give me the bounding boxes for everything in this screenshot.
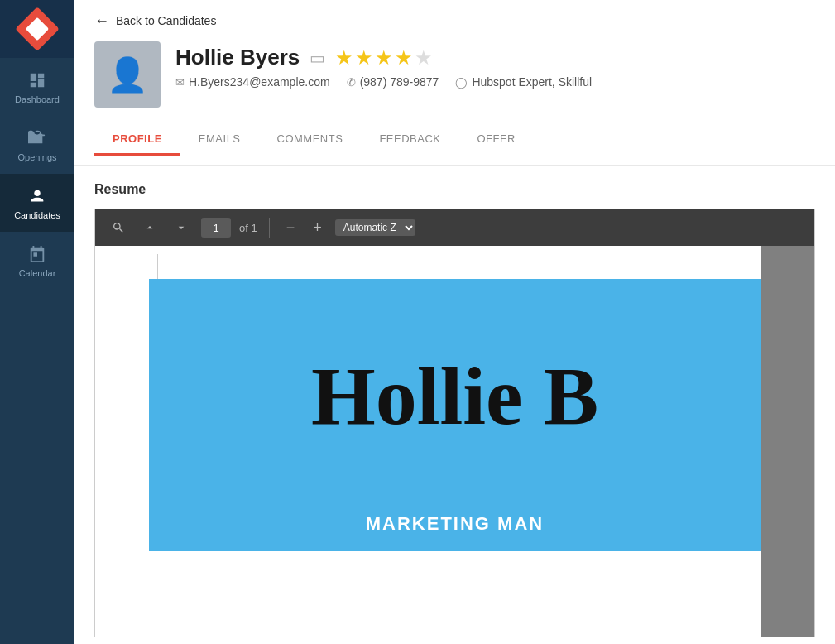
- star-1: ★: [335, 46, 353, 70]
- email-icon: ✉: [175, 76, 185, 89]
- pdf-page-total: of 1: [239, 222, 257, 234]
- meta-tag: ◯ Hubspot Expert, Skillful: [455, 75, 592, 89]
- candidate-name: Hollie Byers: [175, 45, 300, 70]
- back-arrow-icon: ←: [94, 13, 109, 28]
- tab-feedback[interactable]: FEEDBACK: [361, 124, 458, 156]
- candidate-info: Hollie Byers ▭ ★ ★ ★ ★ ★ ✉ H.Byers234@ex…: [175, 41, 592, 89]
- sidebar: Dashboard Openings Candidates Ca: [0, 0, 74, 644]
- tab-offer[interactable]: OFFER: [458, 124, 534, 156]
- star-2: ★: [355, 46, 373, 70]
- pdf-document: Hollie B MARKETING MAN: [95, 246, 814, 637]
- candidates-icon: [26, 185, 48, 207]
- tab-profile[interactable]: PROFILE: [94, 124, 180, 156]
- svg-rect-1: [30, 137, 41, 139]
- sidebar-item-dashboard[interactable]: Dashboard: [0, 58, 74, 116]
- pdf-subtitle-area: MARKETING MAN: [149, 513, 761, 551]
- resume-section-title: Resume: [94, 182, 815, 197]
- sidebar-logo: [0, 0, 74, 58]
- main-content: ← Back to Candidates 👤 Hollie Byers ▭ ★ …: [74, 0, 835, 644]
- openings-icon: [26, 127, 48, 149]
- star-5: ★: [415, 46, 433, 70]
- candidate-phone: (987) 789-9877: [360, 75, 439, 89]
- tab-comments[interactable]: COMMENTS: [259, 124, 362, 156]
- pdf-zoom-select[interactable]: Automatic Z: [335, 219, 415, 236]
- star-3: ★: [375, 46, 393, 70]
- stars-rating: ★ ★ ★ ★ ★: [335, 46, 433, 70]
- avatar-placeholder-icon: 👤: [107, 58, 148, 91]
- phone-icon: ✆: [347, 76, 356, 89]
- sidebar-label-calendar: Calendar: [19, 268, 56, 278]
- meta-phone: ✆ (987) 789-9877: [347, 75, 439, 89]
- dashboard-icon: [26, 70, 48, 91]
- pdf-job-title: MARKETING MAN: [366, 513, 544, 534]
- pdf-toolbar-divider: [269, 218, 270, 238]
- sidebar-label-openings: Openings: [17, 152, 56, 162]
- pdf-toolbar: of 1 − + Automatic Z: [95, 209, 814, 246]
- sidebar-item-candidates[interactable]: Candidates: [0, 174, 74, 232]
- svg-rect-0: [30, 134, 45, 136]
- pdf-search-button[interactable]: [107, 218, 130, 238]
- back-link-label: Back to Candidates: [116, 14, 216, 27]
- pdf-body-area: [149, 551, 761, 637]
- calendar-icon: [26, 243, 48, 265]
- tag-icon: ◯: [455, 76, 468, 89]
- pdf-next-button[interactable]: [170, 218, 193, 238]
- tabs: PROFILE EMAILS COMMENTS FEEDBACK OFFER: [94, 119, 815, 156]
- pdf-prev-button[interactable]: [138, 218, 161, 238]
- star-4: ★: [395, 46, 413, 70]
- candidate-header: 👤 Hollie Byers ▭ ★ ★ ★ ★ ★ ✉: [94, 41, 815, 108]
- sidebar-label-dashboard: Dashboard: [15, 94, 60, 104]
- pdf-candidate-name: Hollie B: [311, 348, 598, 444]
- svg-point-3: [34, 190, 40, 196]
- bookmark-icon[interactable]: ▭: [310, 48, 325, 68]
- logo-icon: [15, 7, 60, 51]
- topbar: ← Back to Candidates 👤 Hollie Byers ▭ ★ …: [74, 0, 835, 166]
- pdf-page-input[interactable]: [201, 218, 231, 238]
- sidebar-item-calendar[interactable]: Calendar: [0, 232, 74, 290]
- avatar: 👤: [94, 41, 161, 108]
- pdf-zoom-in-button[interactable]: +: [308, 218, 327, 238]
- pdf-header-area: Hollie B: [149, 279, 761, 513]
- svg-rect-2: [30, 141, 37, 142]
- pdf-zoom-out-button[interactable]: −: [281, 218, 300, 238]
- back-to-candidates-link[interactable]: ← Back to Candidates: [94, 13, 815, 28]
- pdf-page: Hollie B MARKETING MAN: [149, 246, 761, 637]
- candidate-meta: ✉ H.Byers234@example.com ✆ (987) 789-987…: [175, 75, 592, 89]
- meta-email: ✉ H.Byers234@example.com: [175, 75, 330, 89]
- candidate-tag: Hubspot Expert, Skillful: [472, 75, 592, 89]
- tab-emails[interactable]: EMAILS: [180, 124, 259, 156]
- sidebar-item-openings[interactable]: Openings: [0, 116, 74, 174]
- candidate-email: H.Byers234@example.com: [189, 75, 330, 89]
- candidate-name-row: Hollie Byers ▭ ★ ★ ★ ★ ★: [175, 45, 592, 70]
- pdf-viewer: of 1 − + Automatic Z Hollie B: [94, 209, 815, 637]
- sidebar-label-candidates: Candidates: [14, 210, 60, 220]
- profile-content: Resume of 1 − + Automatic Z: [74, 166, 835, 644]
